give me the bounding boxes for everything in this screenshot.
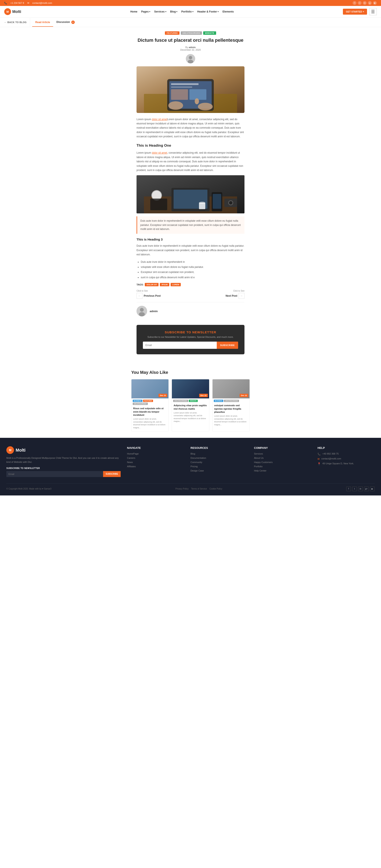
svg-rect-21 [213,194,221,209]
article-date: December 22, 2020 [180,49,201,51]
prev-post-button[interactable]: ← Previous Post [137,293,161,299]
related-card-tags-1: BUSINESS FEATURED UNCATEGORIZED [132,398,169,406]
svg-point-29 [140,308,144,312]
related-card-text-2: Lorem ipsum dolor sit amet, consectetur … [174,411,207,423]
newsletter-email-input[interactable] [143,342,217,349]
back-to-blog-button[interactable]: ← BACK TO BLOG [4,18,30,27]
newsletter-title: SUBSCRIBE TO NEWSLETTER [143,330,238,334]
footer-youtube-icon[interactable]: ▶ [370,487,375,491]
next-arrow-icon: → [239,293,244,299]
youtube-icon[interactable]: ▶ [373,1,377,5]
footer-com-help-center[interactable]: Help Center [254,469,311,472]
nav-blog[interactable]: Blog ▾ [170,10,178,13]
footer-email-item: ✉ contact@molti.com [317,457,375,461]
tag-ipsum[interactable]: IPSUM [160,283,169,286]
nav-portfolio[interactable]: Portfolio ▾ [181,10,193,13]
rtag-uncategorized-1: UNCATEGORIZED [133,403,148,405]
post-navigation: Click to See ← Previous Post Click to Se… [137,290,244,299]
newsletter-box: SUBSCRIBE TO NEWSLETTER Subscribe to our… [137,325,244,354]
footer-res-pricing[interactable]: Pricing [190,465,248,468]
footer-res-documentation[interactable]: Documentation [190,457,248,459]
nav-header-footer[interactable]: Header & Footer ▾ [197,10,219,13]
next-post-button[interactable]: Next Post → [226,293,244,299]
footer-navigate-title: NAVIGATE [127,446,184,450]
nav-links: Home Pages ▾ Services ▾ Blog ▾ Portfolio… [130,10,234,13]
footer-email-input[interactable] [6,471,103,477]
prev-post-label: Previous Post [144,294,161,297]
footer-navigate-list: HomePage Careers News Affiliates [127,453,184,468]
rtag-uncategorized-3: UNCATEGORIZED [224,400,239,402]
footer-com-happy-customers[interactable]: Happy Customers [254,461,311,463]
related-card-2[interactable]: Dec 22 UNCATEGORIZED WEBSITE Adipiscing … [172,379,209,431]
related-card-tags-3: BUSINESS UNCATEGORIZED [212,398,249,403]
newsletter-subscribe-button[interactable]: SUBSCRIBE [217,342,238,349]
svg-rect-9 [171,89,188,100]
footer-nav-homepage[interactable]: HomePage [127,453,184,455]
related-card-image-3: Dec 22 [212,379,249,398]
footer-subscribe-button[interactable]: SUBSCRIBE [103,471,120,477]
nav-services[interactable]: Services ▾ [154,10,166,13]
tab-discussion[interactable]: Discussion 0 [53,18,78,27]
author-avatar-sm [137,306,147,316]
related-card-1[interactable]: Dec 22 BUSINESS FEATURED UNCATEGORIZED R… [131,379,169,431]
footer-com-about[interactable]: About Us [254,457,311,459]
footer-help-col: HELP 📞 +40 892 368 75 ✉ contact@molti.co… [317,446,375,477]
link-dolor[interactable]: dolor sit amet [152,118,167,121]
related-date-2: Dec 22 [199,394,208,397]
tag-dolor[interactable]: DOLOR SIT [145,283,159,286]
rtag-uncategorized-2: UNCATEGORIZED [173,400,188,402]
svg-point-13 [195,98,199,104]
get-started-button[interactable]: GET STARTED ▾ [343,9,367,14]
tag-lorem[interactable]: LOREM [171,283,181,286]
logo[interactable]: M Molti [4,8,21,15]
related-grid: Dec 22 BUSINESS FEATURED UNCATEGORIZED R… [131,379,250,431]
footer-terms[interactable]: Terms of Service [191,488,207,490]
footer-nav-careers[interactable]: Careers [127,457,184,459]
footer-twitter-icon[interactable]: t [352,487,357,491]
article-hero-image [137,66,244,113]
footer-res-blog[interactable]: Blog [190,453,248,455]
list-item: sunt in culpa qui officia deserunt molli… [141,275,244,280]
googleplus-icon[interactable]: g [368,1,372,5]
topbar-email: contact@molti.com [32,2,52,4]
footer-com-portfolio[interactable]: Portfolio [254,465,311,468]
nav-elements[interactable]: Elements [222,10,234,13]
related-card-title-1: Risus sed vulputate odio ut enim blandit… [133,407,167,416]
related-date-3: Dec 22 [240,394,248,397]
hamburger-icon[interactable]: ☰ [369,8,377,15]
footer-socials: f t in g+ ▶ [346,487,375,491]
footer-phone: +40 892 368 75 [322,453,339,455]
footer-nav-news[interactable]: News [127,461,184,463]
phone-contact-icon: 📞 [317,453,321,456]
facebook-icon[interactable]: f [353,1,356,5]
related-card-3[interactable]: Dec 22 BUSINESS UNCATEGORIZED volutpat c… [212,379,250,431]
footer-email: contact@molti.com [321,457,341,460]
footer-copyright: © Copyright Molti 2020. Made with by ♥ S… [6,488,51,490]
footer-nav-affiliates[interactable]: Affiliates [127,465,184,468]
footer-com-services[interactable]: Services [254,453,311,455]
footer-facebook-icon[interactable]: f [346,487,351,491]
tag-uncategorized: UNCATEGORIZED [181,31,202,35]
tab-read-article[interactable]: Read Article [32,18,53,27]
linkedin-icon[interactable]: in [363,1,367,5]
logo-text: Molti [12,9,21,14]
footer-res-design-case[interactable]: Design Case [190,469,248,472]
topbar-left: 📞 +1 234 567 8 ✉ contact@molti.com [4,2,52,4]
footer-logo[interactable]: M Molti [6,446,120,454]
rtag-featured-1: FEATURED [143,400,153,402]
footer-cookie[interactable]: Cookie Policy [209,488,222,490]
footer-linkedin-icon[interactable]: in [358,487,363,491]
nav-home[interactable]: Home [130,10,137,13]
footer-newsletter-form: SUBSCRIBE [6,471,120,477]
svg-rect-8 [171,87,192,88]
footer-googleplus-icon[interactable]: g+ [364,487,369,491]
twitter-icon[interactable]: t [358,1,361,5]
footer: M Molti Molti is a Professionally Design… [0,438,381,495]
topbar: 📞 +1 234 567 8 ✉ contact@molti.com f t i… [0,0,381,6]
nav-pages[interactable]: Pages ▾ [141,10,150,13]
footer-company-col: COMPANY Services About Us Happy Customer… [254,446,311,477]
footer-privacy[interactable]: Privacy Policy [175,488,188,490]
svg-rect-22 [150,198,167,210]
footer-res-community[interactable]: Community [190,461,248,463]
link-dolor2[interactable]: dolor sit amet [152,151,167,154]
